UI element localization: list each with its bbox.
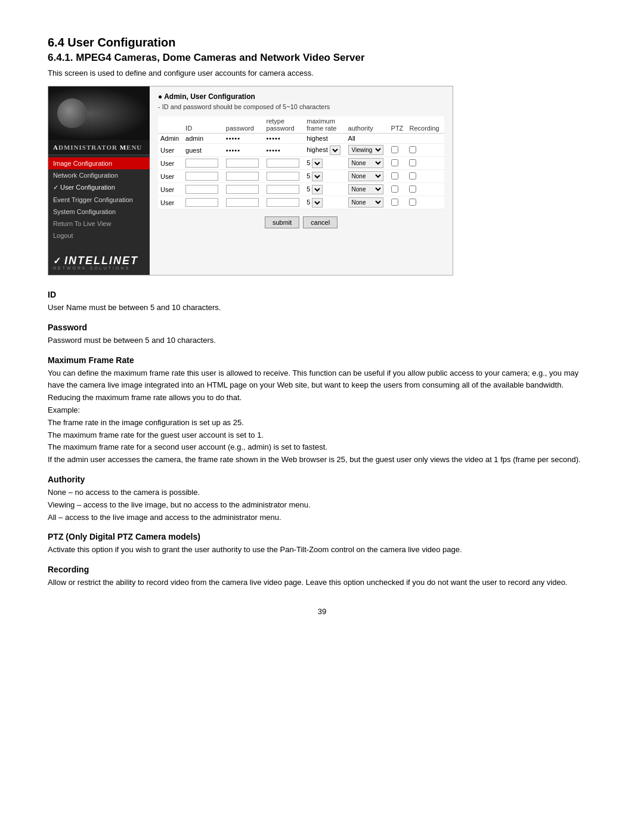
col-retype: retypepassword [264,116,305,134]
authority-section-title: Authority [48,475,596,484]
user2-retype-input[interactable] [267,159,299,168]
user1-recording-cell [407,144,444,157]
col-id: ID [183,116,224,134]
user3-frame-rate: 5 [304,170,345,183]
user2-id-input[interactable] [185,159,218,168]
role-label: User [158,196,183,209]
col-ptz: PTZ [389,116,407,134]
table-row: User 5 None Viewing All [158,183,444,196]
logo-text: INTELLINET [64,255,138,267]
col-recording: Recording [407,116,444,134]
subsection-heading: 6.4.1. MPEG4 Cameras, Dome Cameras and N… [48,52,596,64]
admin-retype-dots: ••••• [264,134,305,144]
user2-ptz-checkbox[interactable] [391,159,398,166]
camera-ui-panel: Administrator Menu Image Configuration N… [48,86,453,275]
table-header-row: ID password retypepassword maximumframe … [158,116,444,134]
id-section-title: ID [48,290,596,299]
max-frame-rate-section: Maximum Frame Rate You can define the ma… [48,355,596,466]
user1-frame-rate: highest [304,144,345,157]
password-section-title: Password [48,323,596,332]
user4-frame-rate-select[interactable] [312,185,323,194]
user1-frame-rate-select[interactable] [330,145,340,155]
sidebar-item-user-config[interactable]: User Configuration [48,181,150,194]
sidebar-item-image-config[interactable]: Image Configuration [48,157,150,169]
password-section-text: Password must be between 5 and 10 charac… [48,335,596,347]
user1-ptz-checkbox[interactable] [391,146,398,153]
user-config-table: ID password retypepassword maximumframe … [158,116,444,209]
user4-frame-rate: 5 [304,183,345,196]
user3-authority-select[interactable]: None Viewing All [348,171,383,181]
user3-password-input[interactable] [226,172,259,181]
table-row: User 5 None Viewing All [158,196,444,209]
user5-ptz-checkbox[interactable] [391,199,398,206]
user5-authority-select[interactable]: None Viewing All [348,197,383,208]
section-heading: 6.4 User Configuration [48,36,596,49]
sidebar-top-image [48,86,150,140]
id-section: ID User Name must be between 5 and 10 ch… [48,290,596,314]
main-config-panel: ● Admin, User Configuration - ID and pas… [150,86,453,275]
user5-password-input[interactable] [226,198,259,207]
admin-authority: All [346,134,389,144]
sidebar-item-live-view[interactable]: Return To Live View [48,218,150,230]
max-frame-rate-text: You can define the maximum frame rate th… [48,367,596,466]
recording-section: Recording Allow or restrict the ability … [48,565,596,589]
user3-retype-input[interactable] [267,172,299,181]
role-label: Admin [158,134,183,144]
user2-password-input[interactable] [226,159,259,168]
user1-password-dots: ••••• [224,144,264,157]
authority-section: Authority None – no access to the camera… [48,475,596,524]
sidebar-item-logout[interactable]: Logout [48,230,150,241]
recording-section-title: Recording [48,565,596,574]
submit-button[interactable]: submit [265,216,299,228]
id-section-text: User Name must be between 5 and 10 chara… [48,302,596,314]
camera-circle [57,98,87,128]
intellinet-logo: ✓ INTELLINET [53,255,145,267]
user1-recording-checkbox[interactable] [409,146,416,153]
user1-authority: Viewing None All [346,144,389,157]
user4-id-input[interactable] [185,185,218,194]
user3-recording-checkbox[interactable] [409,172,416,179]
role-label: User [158,157,183,170]
user5-id-input[interactable] [185,198,218,207]
admin-recording-cell [407,134,444,144]
config-panel-title: ● Admin, User Configuration [158,92,444,101]
sidebar-bottom: ✓ INTELLINET NETWORK SOLUTIONS [48,250,150,275]
admin-frame-rate: highest [304,134,345,144]
table-row: User 5 None Viewing All [158,157,444,170]
camera-image [48,86,150,140]
sidebar-menu: Image Configuration Network Configuratio… [48,155,150,244]
page-number: 39 [48,607,596,616]
user3-ptz-checkbox[interactable] [391,172,398,179]
admin-password-dots: ••••• [224,134,264,144]
role-label: User [158,170,183,183]
user4-retype-input[interactable] [267,185,299,194]
sidebar-item-network-config[interactable]: Network Configuration [48,169,150,181]
user2-authority-select[interactable]: None Viewing All [348,158,383,168]
password-section: Password Password must be between 5 and … [48,323,596,347]
ptz-section-title: PTZ (Only Digital PTZ Camera models) [48,532,596,541]
col-role [158,116,183,134]
user1-id-value: guest [183,144,224,157]
user4-recording-checkbox[interactable] [409,185,416,193]
cancel-button[interactable]: cancel [303,216,338,228]
col-password: password [224,116,264,134]
user2-frame-rate-select[interactable] [312,159,323,168]
user2-frame-rate: 5 [304,157,345,170]
user3-id-input[interactable] [185,172,218,181]
table-row: Admin admin ••••• ••••• highest All [158,134,444,144]
user5-recording-checkbox[interactable] [409,199,416,206]
user3-frame-rate-select[interactable] [312,172,323,181]
sidebar-item-event-trigger[interactable]: Event Trigger Configuration [48,194,150,206]
user5-frame-rate-select[interactable] [312,198,323,208]
user2-recording-checkbox[interactable] [409,159,416,166]
sidebar-item-system-config[interactable]: System Configuration [48,206,150,218]
user1-authority-select[interactable]: Viewing None All [348,145,383,155]
user1-ptz-cell [389,144,407,157]
col-authority: authority [346,116,389,134]
user4-ptz-checkbox[interactable] [391,185,398,193]
user5-retype-input[interactable] [267,198,299,207]
user1-retype-dots: ••••• [264,144,305,157]
user4-authority-select[interactable]: None Viewing All [348,184,383,194]
recording-section-text: Allow or restrict the ability to record … [48,577,596,589]
user4-password-input[interactable] [226,185,259,194]
